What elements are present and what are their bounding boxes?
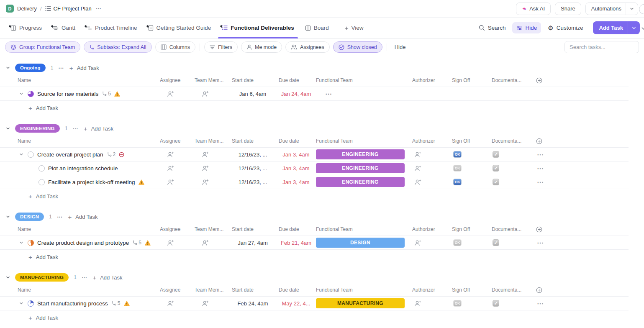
breadcrumb-menu-icon[interactable]: ⋯ [95, 5, 103, 12]
functional-team-badge[interactable]: DESIGN [316, 238, 405, 248]
column-header[interactable]: Team Mem... [195, 287, 229, 293]
group-menu-icon[interactable]: ⋯ [82, 274, 88, 281]
add-authorizer-icon[interactable] [412, 151, 421, 158]
ask-ai-button[interactable]: ✦✦ Ask AI [516, 3, 551, 15]
add-assignee-icon[interactable] [160, 300, 174, 307]
task-expand-chevron[interactable] [18, 152, 24, 156]
tab-getting-started-guide[interactable]: Getting Started Guide [143, 18, 217, 38]
add-authorizer-icon[interactable] [412, 240, 421, 246]
column-header[interactable]: Authorizer [412, 287, 452, 293]
me-mode-pill[interactable]: Me mode [241, 41, 282, 53]
column-header[interactable]: Documenta... [492, 287, 534, 293]
row-menu-icon[interactable]: ⋯ [534, 151, 544, 159]
task-expand-chevron[interactable] [18, 301, 24, 305]
add-assignee-icon[interactable] [160, 179, 174, 185]
column-header[interactable]: Name [18, 287, 160, 293]
add-column-icon[interactable] [534, 138, 551, 144]
task-status-icon[interactable] [28, 151, 34, 158]
group-add-task-button[interactable]: + Add Task [69, 64, 99, 72]
column-header[interactable]: Start date [229, 138, 276, 144]
column-header[interactable]: Functional Team [316, 77, 412, 83]
automations-button[interactable]: Automations [585, 3, 638, 15]
add-column-icon[interactable] [534, 287, 551, 293]
column-header[interactable]: Documenta... [492, 138, 534, 144]
documentation-check-badge[interactable]: ✓ [493, 239, 499, 246]
task-expand-chevron[interactable] [18, 241, 24, 245]
column-header[interactable]: Authorizer [412, 77, 452, 83]
add-task-row-button[interactable]: + Add Task [0, 310, 644, 325]
start-date[interactable]: Jan 6, 4am [229, 91, 276, 97]
column-header[interactable]: Sign Off [452, 287, 492, 293]
sign-off-ok-badge[interactable]: OK [453, 165, 462, 172]
task-name[interactable]: Start manufacturing process [37, 300, 108, 307]
group-collapse-chevron[interactable] [6, 126, 10, 131]
row-menu-icon[interactable]: ⋯ [534, 178, 544, 186]
start-date[interactable]: Jan 27, 4am [229, 240, 276, 246]
column-header[interactable]: Sign Off [452, 77, 492, 83]
column-header[interactable]: Assignee [160, 287, 195, 293]
column-header[interactable]: Due date [276, 226, 316, 232]
functional-team-badge[interactable]: MANUFACTURING [316, 298, 405, 308]
start-date[interactable]: 12/16/23, ... [229, 179, 276, 185]
sign-off-ok-badge[interactable]: OK [453, 151, 462, 158]
group-add-task-button[interactable]: + Add Task [84, 125, 113, 132]
sign-off-ok-badge[interactable]: OK [453, 239, 462, 246]
column-header[interactable]: Name [18, 77, 160, 83]
add-authorizer-icon[interactable] [412, 300, 421, 307]
column-header[interactable]: Start date [229, 226, 276, 232]
task-status-icon[interactable] [28, 91, 34, 97]
column-header[interactable]: Due date [276, 77, 316, 83]
functional-team-badge[interactable]: ENGINEERING [316, 149, 405, 159]
due-date[interactable]: Feb 21, 4am [276, 240, 316, 246]
add-team-member-icon[interactable] [195, 240, 209, 246]
row-menu-icon[interactable]: ⋯ [534, 164, 544, 172]
filters-pill[interactable]: Filters [204, 41, 238, 53]
column-header[interactable]: Team Mem... [195, 77, 229, 83]
subtasks-pill[interactable]: Subtasks: Expand All [84, 41, 151, 53]
column-header[interactable]: Name [18, 226, 160, 232]
user-avatar[interactable] [639, 4, 644, 14]
column-header[interactable]: Sign Off [452, 226, 492, 232]
column-header[interactable]: Due date [276, 138, 316, 144]
tab-product-timeline[interactable]: Product Timeline [81, 18, 143, 38]
column-header[interactable]: Team Mem... [195, 226, 229, 232]
group-collapse-chevron[interactable] [6, 275, 10, 279]
column-header[interactable]: Assignee [160, 226, 195, 232]
start-date[interactable]: 12/16/23, ... [229, 151, 276, 158]
group-add-task-button[interactable]: + Add Task [68, 213, 97, 220]
add-team-member-icon[interactable] [195, 165, 209, 172]
add-team-member-icon[interactable] [195, 151, 209, 158]
due-date[interactable]: Jan 3, 4am [276, 179, 316, 185]
column-header[interactable]: Assignee [160, 77, 195, 83]
columns-pill[interactable]: Columns [155, 41, 195, 53]
group-status-badge[interactable]: MANUFACTURING [15, 273, 69, 282]
column-header[interactable]: Name [18, 138, 160, 144]
hide-closed-button[interactable]: Hide [391, 44, 409, 50]
task-search-input[interactable] [564, 41, 639, 53]
add-task-row-button[interactable]: + Add Task [0, 250, 644, 264]
blocked-icon[interactable] [119, 152, 124, 157]
due-date[interactable]: Jan 3, 4am [276, 165, 316, 172]
set-functional-team-icon[interactable]: ⋯ [316, 90, 333, 98]
show-closed-pill[interactable]: Show closed [333, 41, 382, 53]
task-name[interactable]: Create product design and prototype [37, 240, 129, 246]
start-date[interactable]: Feb 24, 4am [229, 300, 276, 307]
task-status-icon[interactable] [28, 300, 34, 307]
warning-icon[interactable] [145, 240, 151, 246]
add-task-row-button[interactable]: + Add Task [0, 189, 644, 204]
add-view-button[interactable]: + View [340, 18, 369, 38]
functional-team-badge[interactable]: ENGINEERING [316, 163, 405, 173]
group-collapse-chevron[interactable] [6, 66, 10, 70]
breadcrumb-list[interactable]: CF Project Plan [45, 5, 92, 12]
column-header[interactable]: Start date [229, 287, 276, 293]
add-column-icon[interactable] [534, 226, 551, 233]
task-name[interactable]: Source for raw materials [37, 91, 98, 97]
add-task-button[interactable]: Add Task [593, 21, 640, 34]
column-header[interactable]: Functional Team [316, 138, 412, 144]
column-header[interactable]: Due date [276, 287, 316, 293]
task-status-icon[interactable] [38, 179, 45, 185]
column-header[interactable]: Documenta... [492, 226, 534, 232]
chevron-down-icon[interactable] [628, 21, 640, 34]
add-team-member-icon[interactable] [195, 300, 209, 307]
group-menu-icon[interactable]: ⋯ [58, 65, 64, 71]
